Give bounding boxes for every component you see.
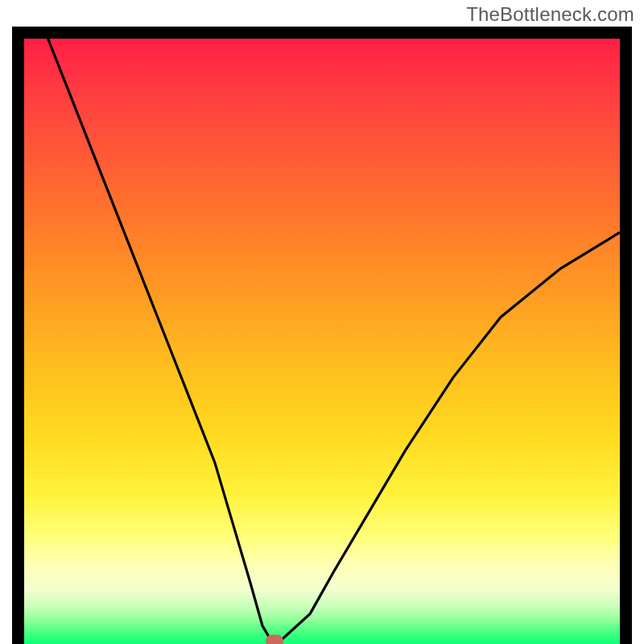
plot-frame: [12, 27, 632, 644]
optimum-marker: [266, 635, 283, 644]
chart-container: TheBottleneck.com: [0, 0, 644, 644]
watermark-text: TheBottleneck.com: [466, 3, 634, 26]
curve-svg: [12, 27, 632, 644]
bottleneck-curve-path: [48, 39, 620, 641]
